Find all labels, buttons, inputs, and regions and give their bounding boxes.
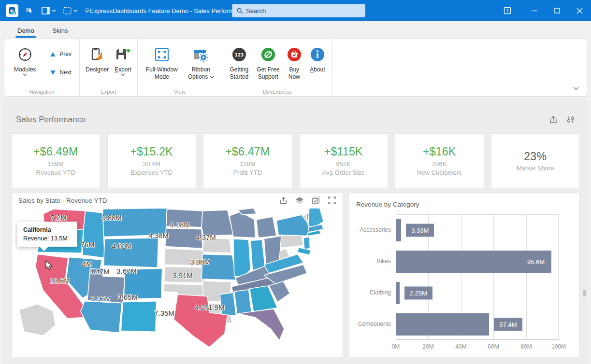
- group-label-export: Export: [80, 89, 137, 95]
- kpi-card-market-share[interactable]: 23% Market Share: [491, 133, 580, 188]
- x-axis-tick: 100M: [551, 343, 566, 350]
- get-free-support-button[interactable]: Get Free Support: [253, 43, 283, 82]
- ribbon-options-button[interactable]: Ribbon Options: [183, 43, 219, 82]
- close-button[interactable]: [568, 0, 591, 21]
- tooltip-value: Revenue: 13.5M: [23, 235, 72, 242]
- us-choropleth-map[interactable]: 7.2M 3.88M 4.18M 4.38M 4.37M 76M 4.01M 4…: [12, 208, 343, 357]
- tab-skins[interactable]: Skins: [45, 23, 76, 39]
- map-value-label: 3.96M: [91, 294, 111, 303]
- dashboard-surface: Sales Performance +$6.49M 159M Revenue Y…: [4, 101, 587, 364]
- mouse-cursor-icon: [45, 260, 53, 271]
- ribbon-collapse-button[interactable]: [573, 84, 579, 92]
- maximize-button[interactable]: [546, 0, 568, 21]
- bar-value-label: 95.6M: [527, 258, 545, 266]
- kpi-caption: Expenses YTD: [131, 169, 173, 176]
- chevron-down-icon: [52, 9, 56, 12]
- tooltip-state-name: California: [23, 226, 72, 233]
- x-axis-tick: 80M: [520, 343, 532, 350]
- dashboard-header: Sales Performance: [11, 101, 580, 131]
- window-controls: ?: [498, 0, 591, 21]
- map-value-label: 4.01M: [112, 242, 132, 250]
- chart-panel-title: Revenue by Category: [356, 201, 573, 208]
- about-button[interactable]: About: [305, 43, 330, 74]
- bar-components[interactable]: [396, 313, 489, 336]
- scrollbar-thumb[interactable]: [583, 290, 586, 296]
- modules-compass-icon: [17, 46, 33, 63]
- getting-started-button[interactable]: 123 Getting Started: [225, 43, 253, 82]
- map-value-label: 3.65M: [117, 293, 138, 301]
- panel-toggle-button[interactable]: [40, 5, 58, 16]
- kpi-card-new-customers[interactable]: +$16K 206K New Customers: [395, 133, 484, 188]
- buy-now-button[interactable]: Buy Now: [283, 43, 305, 82]
- bar-bikes[interactable]: 95.6M: [396, 251, 551, 273]
- tab-demo[interactable]: Demo: [10, 23, 42, 39]
- kpi-card-expenses-ytd[interactable]: +$15.2K 30.4M Expenses YTD: [107, 133, 197, 188]
- export-button[interactable]: Export: [112, 43, 134, 77]
- multiselect-icon[interactable]: [312, 196, 320, 205]
- kpi-row: +$6.49M 159M Revenue YTD +$15.2K 30.4M E…: [11, 133, 580, 188]
- map-value-label: 13.5M: [50, 277, 70, 285]
- touch-mode-button[interactable]: [23, 4, 36, 17]
- bar-clothing[interactable]: [396, 282, 400, 304]
- state-new-mexico: [121, 301, 157, 332]
- x-axis-tick: 40M: [455, 343, 466, 350]
- map-value-label: 7.35M: [154, 309, 174, 317]
- kpi-card-profit-ytd[interactable]: +$6.47M 128M Profit YTD: [203, 133, 292, 188]
- bar-accessories[interactable]: [396, 219, 401, 241]
- map-panel-title: Sales by State - Revenue YTD: [18, 197, 279, 204]
- app-logo[interactable]: [6, 4, 18, 17]
- kpi-card-revenue-ytd[interactable]: +$6.49M 159M Revenue YTD: [11, 133, 101, 188]
- minimize-button[interactable]: [523, 0, 546, 21]
- map-tooltip: California Revenue: 13.5M: [17, 222, 77, 247]
- minimize-icon: [532, 8, 537, 14]
- about-label: About: [310, 66, 325, 73]
- search-input[interactable]: Search: [232, 4, 365, 17]
- full-window-mode-button[interactable]: Full-Window Mode: [141, 43, 183, 82]
- ribbon-tab-row: Demo Skins: [0, 21, 591, 39]
- designer-label: Designer: [86, 66, 109, 73]
- full-window-mode-label: Full-Window Mode: [144, 66, 180, 81]
- kpi-caption: Avg Order Size: [322, 169, 365, 176]
- state-texas: [174, 294, 228, 347]
- state-alaska: [19, 304, 56, 336]
- prev-button[interactable]: Prev: [45, 47, 76, 61]
- category-label: Bikes: [354, 258, 391, 265]
- layers-icon[interactable]: [295, 196, 304, 204]
- export-icon[interactable]: [549, 115, 558, 124]
- parameters-sliders-icon[interactable]: [566, 115, 575, 124]
- selection-mode-button[interactable]: [61, 5, 79, 16]
- kpi-sub: 128M: [240, 160, 256, 168]
- ribbon-options-icon: [193, 46, 209, 63]
- support-dx-icon: [261, 46, 275, 63]
- map-value-label: 3.88M: [101, 213, 122, 222]
- panel-icon: [41, 6, 51, 15]
- group-label-view: View: [138, 89, 222, 95]
- touch-pointer-icon: [25, 6, 34, 15]
- map-value-label: 4.18M: [170, 221, 190, 229]
- state-michigan-up: [238, 208, 257, 215]
- buy-now-basket-icon: [287, 46, 302, 63]
- help-button[interactable]: ?: [498, 0, 517, 21]
- next-button[interactable]: Next: [45, 65, 76, 80]
- bar-row-accessories: 3.33M: [396, 219, 559, 241]
- fullscreen-icon[interactable]: [328, 196, 336, 204]
- bar-row-components: 57.4M: [396, 313, 559, 336]
- chevron-down-icon: [573, 87, 579, 90]
- x-axis-tick: 60M: [488, 343, 499, 350]
- ribbon: Modules Prev Next Navigation: [4, 39, 587, 97]
- modules-button[interactable]: Modules: [11, 43, 39, 77]
- bar-row-bikes: 95.6M: [396, 251, 559, 273]
- map-value-label: 4.47M: [89, 267, 110, 276]
- search-placeholder: Search: [246, 7, 266, 14]
- designer-button[interactable]: Designer: [83, 43, 112, 74]
- getting-started-label: Getting Started: [227, 66, 252, 81]
- kpi-value: +$16K: [423, 145, 456, 158]
- kpi-card-avg-order-size[interactable]: +$115K 952K Avg Order Size: [299, 133, 389, 188]
- category-label: Clothing: [354, 289, 391, 296]
- bar-chart-plot[interactable]: 3.33M 95.6M 2.25M 57.4M: [396, 214, 559, 340]
- kpi-sub: 30.4M: [143, 160, 160, 168]
- about-info-icon: [310, 46, 325, 63]
- export-icon[interactable]: [279, 196, 288, 205]
- dashboard-title: Sales Performance: [16, 115, 549, 125]
- kpi-caption: Market Share: [517, 165, 554, 172]
